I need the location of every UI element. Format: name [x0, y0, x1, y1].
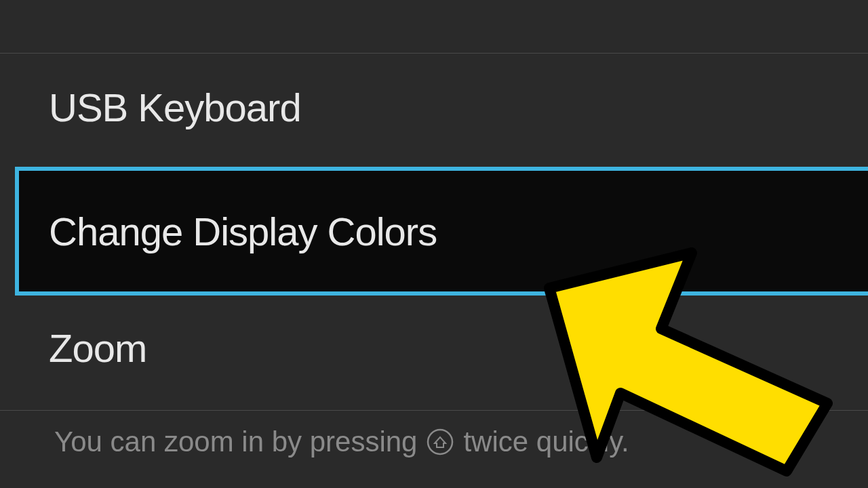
home-button-icon: [427, 428, 454, 455]
menu-item-usb-keyboard[interactable]: USB Keyboard: [49, 85, 301, 130]
hint-text-before: You can zoom in by pressing: [54, 426, 417, 458]
svg-point-0: [428, 430, 452, 454]
hint-text-after: twice quickly.: [463, 426, 629, 458]
divider: [0, 53, 868, 54]
menu-item-label: Change Display Colors: [49, 209, 437, 254]
hint-text: You can zoom in by pressing twice quickl…: [54, 426, 629, 458]
menu-item-change-display-colors[interactable]: Change Display Colors: [15, 167, 868, 296]
menu-item-zoom[interactable]: Zoom: [49, 325, 146, 371]
divider: [0, 410, 868, 411]
